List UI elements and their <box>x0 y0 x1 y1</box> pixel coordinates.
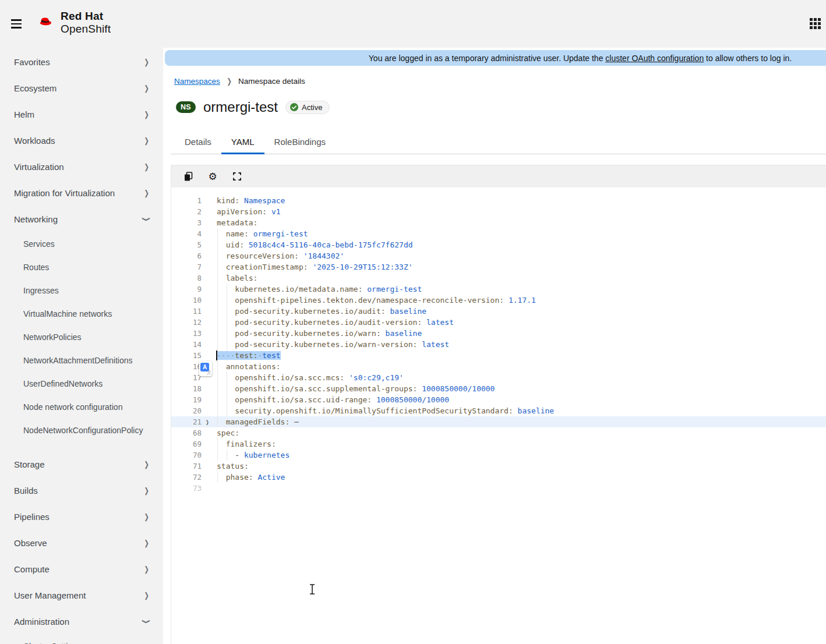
line-number: 19 <box>171 394 202 405</box>
editor-line[interactable]: 10 openshift-pipelines.tekton.dev/namesp… <box>171 295 826 306</box>
line-content: status: <box>217 461 249 472</box>
sidebar-item-user-management[interactable]: User Management❯ <box>0 582 163 608</box>
sidebar-item-ingresses[interactable]: Ingresses <box>0 279 163 302</box>
sidebar-item-administration[interactable]: Administration❯ <box>0 608 163 635</box>
sidebar-item-storage[interactable]: Storage❯ <box>0 451 163 477</box>
editor-line[interactable]: 12 pod-security.kubernetes.io/audit-vers… <box>171 317 826 328</box>
sidebar-item-networking[interactable]: Networking❯ <box>0 206 163 232</box>
sidebar-item-helm[interactable]: Helm❯ <box>0 101 163 128</box>
yaml-key: name: <box>226 229 249 238</box>
editor-line[interactable]: 72 phase: Active <box>171 472 826 483</box>
sidebar-item-services[interactable]: Services <box>0 232 163 256</box>
oauth-configuration-link[interactable]: cluster OAuth configuration <box>605 54 704 63</box>
sidebar-item-label: Workloads <box>14 136 55 146</box>
yaml-key: annotations: <box>226 362 281 371</box>
copy-icon[interactable] <box>183 171 193 182</box>
line-number: 20 <box>171 405 202 416</box>
fold-toggle-icon[interactable]: ❯ <box>206 415 209 429</box>
line-content: security.openshift.io/MinimallySufficien… <box>217 405 554 416</box>
editor-line[interactable]: 14 pod-security.kubernetes.io/warn-versi… <box>171 339 826 350</box>
editor-line[interactable]: 18 openshift.io/sa.scc.supplemental-grou… <box>171 383 826 394</box>
editor-line[interactable]: 4 name: ormergi-test <box>171 228 826 239</box>
yaml-key: pod-security.kubernetes.io/warn: <box>235 329 380 338</box>
editor-line[interactable]: 9 kubernetes.io/metadata.name: ormergi-t… <box>171 284 826 295</box>
line-number: 9 <box>171 284 202 295</box>
tab-yaml[interactable]: YAML <box>221 131 264 154</box>
editor-line[interactable]: 11 pod-security.kubernetes.io/audit: bas… <box>171 306 826 317</box>
banner-text: You are logged in as a temporary adminis… <box>369 54 792 63</box>
sidebar-nav: Favorites❯Ecosystem❯Helm❯Workloads❯Virtu… <box>0 48 163 644</box>
sidebar-item-favorites[interactable]: Favorites❯ <box>0 49 163 75</box>
editor-line[interactable]: 15····test:·test <box>171 350 826 361</box>
editor-line[interactable]: 16 annotations: <box>171 361 826 372</box>
editor-line[interactable]: 70 - kubernetes <box>171 450 826 461</box>
sidebar-item-userdefinednetworks[interactable]: UserDefinedNetworks <box>0 372 163 395</box>
chevron-right-icon: ❯ <box>144 189 149 198</box>
line-content: pod-security.kubernetes.io/warn-version:… <box>217 339 449 350</box>
status-label: Active <box>302 103 322 112</box>
line-number: 3 <box>171 217 202 228</box>
line-content: openshift.io/sa.scc.uid-range: 100085000… <box>217 394 449 405</box>
sidebar-item-virtualization[interactable]: Virtualization❯ <box>0 154 163 180</box>
yaml-value: baseline <box>518 406 555 415</box>
yaml-value: v1 <box>271 207 281 216</box>
sidebar-item-pipelines[interactable]: Pipelines❯ <box>0 504 163 530</box>
yaml-editor[interactable]: 1kind: Namespace2apiVersion: v13metadata… <box>171 187 826 494</box>
editor-line[interactable]: 13 pod-security.kubernetes.io/warn: base… <box>171 328 826 339</box>
editor-line[interactable]: 7 creationTimestamp: '2025-10-29T15:12:3… <box>171 261 826 273</box>
sidebar-item-builds[interactable]: Builds❯ <box>0 477 163 504</box>
sidebar-item-node-network-configuration[interactable]: Node network configuration <box>0 395 163 419</box>
fullscreen-icon[interactable] <box>232 171 242 182</box>
editor-line[interactable]: 73 <box>171 483 826 494</box>
sidebar-item-observe[interactable]: Observe❯ <box>0 530 163 556</box>
editor-line[interactable]: 2apiVersion: v1 <box>171 206 826 217</box>
editor-line[interactable]: 20 security.openshift.io/MinimallySuffic… <box>171 405 826 416</box>
masthead: Red Hat OpenShift <box>0 0 826 48</box>
sidebar-item-compute[interactable]: Compute❯ <box>0 556 163 582</box>
breadcrumb: Namespaces ❯ Namespace details <box>174 77 305 86</box>
editor-line[interactable]: 6 resourceVersion: '1844302' <box>171 250 826 261</box>
settings-gear-icon[interactable]: ⚙ <box>207 171 218 182</box>
editor-line[interactable]: 71status: <box>171 461 826 472</box>
editor-line[interactable]: 5 uid: 5018c4c4-5116-40ca-bebd-175fc7f62… <box>171 239 826 250</box>
sidebar-item-virtualmachine-networks[interactable]: VirtualMachine networks <box>0 302 163 325</box>
tab-rolebindings[interactable]: RoleBindings <box>264 131 336 154</box>
sidebar-subitem-label: Services <box>23 239 55 249</box>
editor-line[interactable]: 69 finalizers: <box>171 438 826 450</box>
chevron-down-icon: ❯ <box>142 217 151 221</box>
tab-details[interactable]: Details <box>175 131 221 154</box>
openshift-console: Red Hat OpenShift Favorites❯Ecosystem❯He… <box>0 0 826 644</box>
page-title: ormergi-test <box>203 99 278 115</box>
editor-line[interactable]: 8 labels: <box>171 273 826 284</box>
sidebar-item-networkattachmentdefinitions[interactable]: NetworkAttachmentDefinitions <box>0 349 163 372</box>
yaml-value: 5018c4c4-5116-40ca-bebd-175fc7f627dd <box>249 240 413 249</box>
nav-toggle-button[interactable] <box>9 17 24 31</box>
editor-line[interactable]: 17 openshift.io/sa.scc.mcs: 's0:c29,c19' <box>171 372 826 383</box>
breadcrumb-chevron-icon: ❯ <box>227 77 231 86</box>
yaml-key: openshift.io/sa.scc.supplemental-groups: <box>235 384 417 393</box>
translate-extension-icon[interactable]: A 文 <box>199 361 212 376</box>
sidebar-item-ecosystem[interactable]: Ecosystem❯ <box>0 75 163 101</box>
editor-line[interactable]: 68spec: <box>171 427 826 438</box>
sidebar-subitem-label: NetworkPolicies <box>23 332 82 342</box>
sidebar-item-label: Administration <box>14 617 69 627</box>
hamburger-icon <box>9 19 24 21</box>
editor-line[interactable]: 1kind: Namespace <box>171 195 826 206</box>
chevron-right-icon: ❯ <box>144 539 149 548</box>
editor-line[interactable]: 19 openshift.io/sa.scc.uid-range: 100085… <box>171 394 826 405</box>
editor-line[interactable]: 3metadata: <box>171 217 826 228</box>
yaml-value: latest <box>422 340 449 349</box>
sidebar-item-label: Helm <box>14 109 34 119</box>
sidebar-item-routes[interactable]: Routes <box>0 256 163 279</box>
sidebar-item-nodenetworkconfigurationpolicy[interactable]: NodeNetworkConfigurationPolicy <box>0 419 163 442</box>
sidebar-item-migration-for-virtualization[interactable]: Migration for Virtualization❯ <box>0 180 163 206</box>
editor-line[interactable]: 21❯ managedFields: ⋯ <box>171 416 826 427</box>
sidebar-subnav-networking: ServicesRoutesIngressesVirtualMachine ne… <box>0 232 163 442</box>
app-launcher-icon[interactable] <box>810 18 821 30</box>
folded-content-marker[interactable]: ⋯ <box>294 417 298 426</box>
breadcrumb-namespaces-link[interactable]: Namespaces <box>174 77 220 86</box>
sidebar-item-cluster-settings[interactable]: Cluster Settings <box>0 635 163 644</box>
line-content: apiVersion: v1 <box>217 206 281 217</box>
sidebar-item-networkpolicies[interactable]: NetworkPolicies <box>0 325 163 349</box>
sidebar-item-workloads[interactable]: Workloads❯ <box>0 128 163 154</box>
